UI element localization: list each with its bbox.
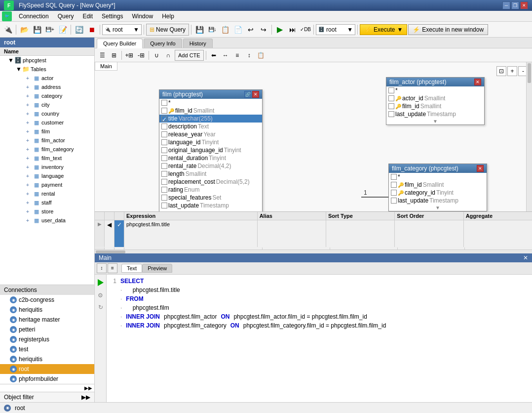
sql-tab-preview[interactable]: Preview — [142, 264, 172, 273]
check-fa-star[interactable] — [388, 87, 394, 93]
tb-copy[interactable]: 📋 — [219, 24, 231, 36]
connection-root[interactable]: ◉ root — [0, 364, 94, 374]
tree-table-store[interactable]: + ▦ store — [0, 207, 94, 216]
tree-table-actor[interactable]: + ▦ actor — [0, 74, 94, 83]
tree-table-city[interactable]: + ▦ city — [0, 100, 94, 109]
field-release-year[interactable]: release_year Year — [159, 130, 262, 138]
field-category-id[interactable]: 🔑 category_id Tinyint — [389, 189, 487, 197]
qtb-select-all[interactable]: ☰ — [97, 50, 108, 61]
tree-table-payment[interactable]: + ▦ payment — [0, 180, 94, 189]
expand-icon-actor[interactable]: + — [24, 74, 32, 82]
object-filter-expand[interactable]: ▶▶ — [81, 394, 90, 401]
canvas-vscrollbar[interactable] — [526, 62, 532, 211]
tab-history[interactable]: History — [183, 39, 213, 48]
check-star[interactable] — [161, 100, 167, 106]
expand-icon-customer[interactable]: + — [24, 119, 32, 126]
check-special-features[interactable] — [161, 195, 167, 201]
tab-query-builder[interactable]: Query Builder — [97, 39, 143, 48]
tb-stop[interactable]: ⏹ — [86, 24, 98, 36]
check-fc-film-id[interactable] — [391, 182, 397, 188]
sql-side-btn1[interactable]: ↕ — [97, 263, 107, 273]
run-query-btn[interactable] — [95, 277, 107, 289]
expand-icon-payment[interactable]: + — [24, 181, 32, 189]
menu-settings[interactable]: Settings — [98, 12, 127, 21]
check-rating[interactable] — [161, 187, 167, 193]
table-card-film-category-close[interactable]: ✕ — [477, 165, 484, 172]
field-star[interactable]: * — [159, 99, 262, 107]
tree-table-inventory[interactable]: + ▦ inventory — [0, 163, 94, 171]
expand-icon-country[interactable]: + — [24, 110, 32, 118]
db-dropdown[interactable]: 🗄️ root ▼ — [316, 24, 355, 35]
expand-icon-film[interactable]: + — [24, 127, 32, 135]
menu-connection[interactable]: Connection — [15, 12, 53, 21]
tree-table-film-text[interactable]: + ▦ film_text — [0, 154, 94, 163]
check-actor-id[interactable] — [388, 95, 394, 101]
connection-heritage[interactable]: ◉ heritage master — [0, 315, 94, 325]
tb-new-connection[interactable]: 🔌 — [2, 24, 14, 36]
field-last-update-film[interactable]: last_update Timestamp — [159, 202, 262, 209]
connection-c2b[interactable]: ◉ c2b-congress — [0, 295, 94, 305]
sql-format-btn[interactable]: ⚙ — [96, 290, 106, 300]
qtb-cte[interactable]: Add CTE — [175, 50, 204, 61]
tb-redo[interactable]: ↪ — [258, 24, 269, 36]
table-link-btn[interactable]: 🔗 — [244, 91, 251, 98]
check-orig-lang-id[interactable] — [161, 147, 167, 153]
expand-icon-inventory[interactable]: + — [24, 163, 32, 171]
expand-icon-address[interactable]: + — [24, 83, 32, 91]
tree-table-customer[interactable]: + ▦ customer — [0, 118, 94, 127]
tree-table-category[interactable]: + ▦ category — [0, 91, 94, 100]
tree-table-address[interactable]: + ▦ address — [0, 83, 94, 91]
sql-tab-text[interactable]: Text — [121, 264, 142, 273]
check-description[interactable] — [161, 124, 167, 129]
field-fc-film-id[interactable]: 🔑 film_id Smallint — [389, 181, 487, 189]
check-rental-rate[interactable] — [161, 163, 167, 169]
tb-open[interactable]: 📂 — [18, 24, 30, 36]
tree-expander-phpcgtest[interactable]: ▼ — [8, 57, 14, 63]
qtb-sort[interactable]: ↕ — [244, 50, 255, 61]
field-film-id[interactable]: 🔑 film_id Smallint — [159, 107, 262, 115]
connection-petteri[interactable]: ◉ petteri — [0, 325, 94, 334]
qtb-align-center[interactable]: ↔ — [220, 50, 231, 61]
tree-expander-tables[interactable]: ▼ — [16, 66, 22, 72]
field-fc-last-update[interactable]: last_update Timestamp — [389, 197, 487, 205]
check-title[interactable]: ✓ — [161, 116, 167, 122]
field-orig-lang-id[interactable]: original_language_id Tinyint — [159, 146, 262, 154]
connection-test[interactable]: ◉ test — [0, 344, 94, 354]
canvas-main-tab[interactable]: Main — [95, 62, 117, 71]
qtb-remove-table[interactable]: -⊞ — [136, 50, 147, 61]
qtb-add-table[interactable]: +⊞ — [124, 50, 135, 61]
qb-canvas[interactable]: Main ⊡ + - 1 ∞ ∞ — [95, 62, 532, 211]
output-hscrollbar[interactable] — [95, 249, 532, 253]
expand-icon-staff[interactable]: + — [24, 199, 32, 206]
field-special-features[interactable]: special_features Set — [159, 194, 262, 202]
check-replacement-cost[interactable] — [161, 179, 167, 185]
menu-help[interactable]: Help — [158, 12, 178, 21]
expand-icon-store[interactable]: + — [24, 207, 32, 215]
field-rental-rate[interactable]: rental_rate Decimal(4,2) — [159, 162, 262, 170]
expand-icon-user-data[interactable]: + — [24, 216, 32, 224]
minimize-button[interactable]: ─ — [502, 1, 510, 9]
check-length[interactable] — [161, 171, 167, 177]
execute-new-window-button[interactable]: ⚡ Execute in new window — [408, 24, 488, 35]
close-button[interactable]: ✕ — [520, 1, 528, 9]
tb-undo[interactable]: ↩ — [245, 24, 257, 36]
field-rating[interactable]: rating Enum — [159, 186, 262, 194]
field-fa-last-update[interactable]: last_update Timestamp — [386, 110, 484, 118]
menu-window[interactable]: Window — [128, 12, 157, 21]
connection-heriquitis2[interactable]: ◉ heriquitis — [0, 354, 94, 364]
field-fa-film-id[interactable]: 🔑 film_id Smallint — [386, 102, 484, 110]
table-card-film-close[interactable]: ✕ — [252, 91, 259, 98]
qtb-format[interactable]: ≡ — [232, 50, 243, 61]
qtb-align-left[interactable]: ⬅ — [208, 50, 219, 61]
qtb-union[interactable]: ∪ — [151, 50, 162, 61]
field-replacement-cost[interactable]: replacement_cost Decimal(5,2) — [159, 178, 262, 186]
tree-folder-tables[interactable]: ▼ 📁 Tables — [0, 65, 94, 74]
check-rental-duration[interactable] — [161, 155, 167, 161]
tree-table-film[interactable]: + ▦ film — [0, 127, 94, 136]
tree-table-film-actor[interactable]: + ▦ film_actor — [0, 136, 94, 145]
tb-script[interactable]: 📝 — [57, 24, 69, 36]
connection-registerplus[interactable]: ◉ registerplus — [0, 334, 94, 344]
connection-dropdown[interactable]: 🔌 root ▼ — [102, 24, 142, 35]
field-length[interactable]: length Smallint — [159, 170, 262, 178]
tree-db-phpcgtest[interactable]: ▼ 🗄️ phpcgtest — [0, 56, 94, 65]
